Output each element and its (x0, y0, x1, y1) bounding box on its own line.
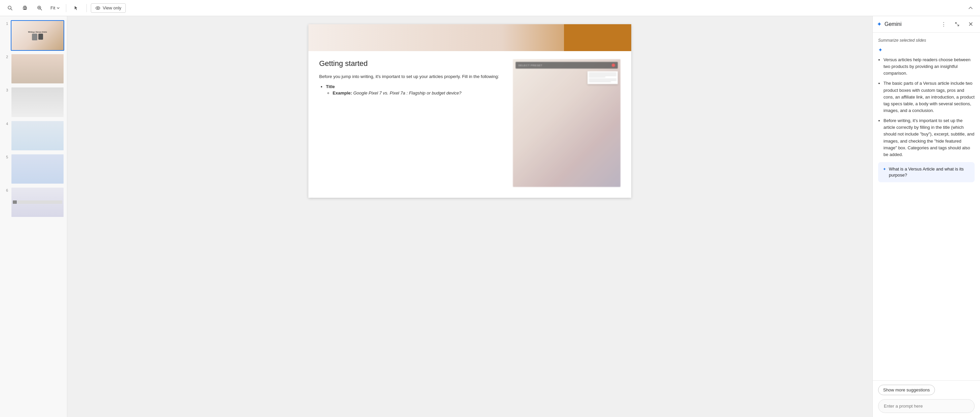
slide-left-col: Getting started Before you jump into wri… (319, 59, 505, 187)
svg-line-7 (40, 9, 42, 10)
slide-item-3[interactable]: 3 (0, 86, 67, 119)
gemini-logo-icon: ✦ (877, 21, 882, 28)
nested-line-5 (589, 79, 616, 80)
prompt-input[interactable] (878, 399, 975, 413)
slide-6-content (11, 188, 64, 217)
gemini-suggestion-card[interactable]: ✦ What is a Versus Article and what is i… (878, 162, 975, 182)
nested-preview-inner (587, 71, 618, 84)
slide-thumb-5[interactable] (11, 154, 64, 184)
preset-close-dot (612, 64, 615, 67)
nested-line-7 (589, 81, 611, 82)
nested-line-4 (589, 77, 605, 77)
slide-body: Getting started Before you jump into wri… (309, 51, 631, 198)
print-button[interactable] (19, 2, 31, 14)
fit-dropdown[interactable]: Fit (48, 4, 62, 12)
view-only-label: View only (103, 5, 121, 10)
slide-item-2[interactable]: 2 (0, 52, 67, 86)
svg-rect-4 (24, 8, 26, 10)
slide-item-6[interactable]: 6 (0, 186, 67, 219)
slide-canvas: Getting started Before you jump into wri… (309, 24, 631, 198)
nested-line-2 (589, 74, 616, 75)
slide-1-content: Writing a Versus Article (11, 21, 64, 50)
gemini-suggestion-diamond-icon: ✦ (883, 167, 886, 172)
pointer-button[interactable] (70, 2, 83, 14)
gemini-expand-button[interactable] (952, 19, 963, 30)
gemini-close-button[interactable]: ✕ (965, 19, 976, 30)
gemini-menu-button[interactable]: ⋮ (938, 19, 949, 30)
slide-number-4: 4 (3, 120, 8, 126)
slide-number-6: 6 (3, 187, 8, 193)
gemini-content[interactable]: Summarize selected slides ✦ Versus artic… (873, 33, 980, 380)
gemini-suggestion-row: ✦ What is a Versus Article and what is i… (883, 166, 970, 178)
slide-thumb-2[interactable] (11, 54, 64, 84)
view-only-button[interactable]: View only (91, 3, 126, 13)
slide-top-banner (309, 24, 631, 51)
gemini-panel: ✦ Gemini ⋮ ✕ Summarize selected slides ✦… (872, 16, 980, 417)
gemini-scrolled-label: Summarize selected slides (878, 38, 975, 43)
slide-number-5: 5 (3, 154, 8, 159)
gemini-bullet-1: Versus articles help readers choose betw… (883, 56, 975, 77)
example-label: Example: (332, 91, 352, 95)
getting-started-desc: Before you jump into writing, it's impor… (319, 73, 505, 80)
getting-started-title: Getting started (319, 59, 505, 68)
svg-rect-3 (24, 6, 26, 7)
svg-line-1 (11, 9, 12, 10)
slide-thumb-3[interactable] (11, 87, 64, 117)
slide-right-col: SELECT PRESET (513, 59, 620, 187)
slide-thumb-1[interactable]: Writing a Versus Article (11, 20, 64, 51)
slide-number-1: 1 (3, 20, 8, 25)
select-preset-label: SELECT PRESET (518, 64, 542, 67)
gemini-header: ✦ Gemini ⋮ ✕ (873, 16, 980, 33)
nested-preview (587, 71, 618, 84)
select-preset-bar: SELECT PRESET (515, 62, 618, 68)
collapse-toolbar-button[interactable] (965, 3, 976, 13)
slide-panel: 1 Writing a Versus Article (0, 16, 67, 417)
toolbar: Fit View only (0, 0, 980, 16)
gemini-footer: Show more suggestions (873, 380, 980, 417)
toolbar-divider-2 (86, 4, 87, 12)
slide-item-5[interactable]: 5 (0, 152, 67, 186)
search-button[interactable] (4, 2, 16, 14)
gemini-title-text: Gemini (885, 21, 935, 27)
slide-thumb-4[interactable] (11, 120, 64, 151)
nested-line-3 (589, 75, 616, 76)
svg-point-11 (97, 7, 99, 9)
zoom-button[interactable] (33, 2, 46, 14)
slide-item-1[interactable]: 1 Writing a Versus Article (0, 19, 67, 52)
example-text: Google Pixel 7 vs. Pixel 7a : Flagship o… (353, 91, 461, 95)
main-container: 1 Writing a Versus Article (0, 16, 980, 417)
slide-view[interactable]: Getting started Before you jump into wri… (67, 16, 872, 417)
slide-item-4[interactable]: 4 (0, 119, 67, 152)
slide-number-3: 3 (3, 87, 8, 92)
gemini-bullet-list: Versus articles help readers choose betw… (878, 56, 975, 158)
toolbar-divider (66, 4, 66, 12)
gemini-suggestion-text: What is a Versus Article and what is its… (889, 166, 970, 178)
slide-right-preview: SELECT PRESET (513, 59, 620, 187)
nested-line-1 (589, 73, 616, 73)
slide-thumb-6[interactable] (11, 187, 64, 218)
bullet-title: Title (326, 84, 335, 89)
gemini-bullet-3: Before writing, it's important to set up… (883, 117, 975, 158)
fit-label: Fit (51, 5, 55, 10)
gemini-bullet-2: The basic parts of a Versus article incl… (883, 80, 975, 114)
show-more-button[interactable]: Show more suggestions (878, 385, 935, 395)
slide-bullet-list: Title Example: Google Pixel 7 vs. Pixel … (319, 84, 505, 95)
slide-sub-list: Example: Google Pixel 7 vs. Pixel 7a : F… (326, 91, 505, 95)
nested-line-6 (589, 80, 616, 81)
gemini-diamond-icon: ✦ (878, 47, 975, 53)
slide-number-2: 2 (3, 54, 8, 59)
svg-point-5 (26, 8, 27, 8)
